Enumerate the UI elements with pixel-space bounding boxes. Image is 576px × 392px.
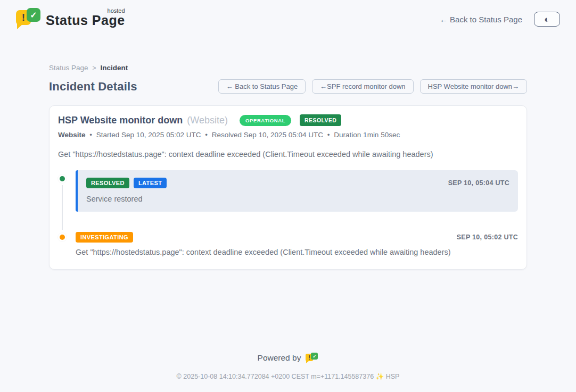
- timeline-timestamp: SEP 10, 05:02 UTC: [457, 233, 518, 241]
- timeline-badges: INVESTIGATING: [76, 232, 133, 243]
- powered-by-label: Powered by: [258, 353, 301, 363]
- timeline-dot-column: [58, 232, 76, 256]
- checkmark-icon: ✓: [27, 8, 40, 22]
- brand-superscript: hosted: [108, 7, 125, 14]
- timeline-entry-investigating: INVESTIGATING SEP 10, 05:02 UTC Get "htt…: [58, 232, 518, 256]
- brand-name: Status Page: [46, 13, 125, 28]
- incident-component: (Website): [187, 115, 228, 126]
- breadcrumb-status-page[interactable]: Status Page: [49, 64, 88, 72]
- incident-meta: Website • Started Sep 10, 2025 05:02 UTC…: [58, 131, 518, 139]
- copyright-text: © 2025-10-08 14:10:34.772084 +0200 CEST …: [0, 372, 576, 380]
- timeline-entry-content: INVESTIGATING SEP 10, 05:02 UTC Get "htt…: [76, 232, 518, 256]
- incident-nav-buttons: ← Back to Status Page ←SPF record monito…: [218, 79, 527, 94]
- meta-separator: •: [89, 131, 92, 139]
- incident-title: HSP Website monitor down: [58, 115, 183, 126]
- meta-resolved: Resolved Sep 10, 2025 05:04 UTC: [212, 131, 323, 139]
- theme-toggle-button[interactable]: ◐: [534, 12, 560, 27]
- previous-incident-button[interactable]: ←SPF record monitor down: [312, 79, 413, 94]
- dark-mode-icon: ◐: [544, 15, 549, 24]
- breadcrumb-incident: Incident: [101, 64, 128, 72]
- header-actions: ← Back to Status Page ◐: [440, 12, 560, 27]
- logo-wordmark: Status Page hosted: [46, 7, 125, 28]
- resolved-badge: RESOLVED: [86, 178, 129, 188]
- timeline-message: Service restored: [86, 195, 509, 203]
- timeline-entry-header: INVESTIGATING SEP 10, 05:02 UTC: [76, 232, 518, 243]
- page-footer: Powered by ! ✓ © 2025-10-08 14:10:34.772…: [0, 352, 576, 392]
- meta-separator: •: [205, 131, 208, 139]
- timeline-dot-column: [58, 170, 76, 212]
- app-logo[interactable]: ! ✓ Status Page hosted: [16, 7, 125, 31]
- main-content: Status Page > Incident Incident Details …: [49, 31, 527, 270]
- meta-separator: •: [327, 131, 330, 139]
- meta-duration: Duration 1min 50sec: [334, 131, 400, 139]
- next-incident-button[interactable]: HSP Website monitor down→: [420, 79, 527, 94]
- operational-status-badge: OPERATIONAL: [240, 115, 291, 126]
- incident-card: HSP Website monitor down (Website) OPERA…: [49, 105, 527, 270]
- timeline-timestamp: SEP 10, 05:04 UTC: [448, 179, 509, 187]
- timeline-message: Get "https://hostedstatus.page": context…: [76, 248, 518, 256]
- powered-by: Powered by ! ✓: [0, 352, 576, 364]
- timeline-entry-content: RESOLVED LATEST SEP 10, 05:04 UTC Servic…: [76, 170, 518, 212]
- timeline-badges: RESOLVED LATEST: [86, 178, 167, 188]
- resolved-dot-icon: [58, 174, 67, 183]
- status-page-logo-icon: ! ✓: [16, 7, 40, 31]
- timeline-entry-header: RESOLVED LATEST SEP 10, 05:04 UTC: [86, 178, 509, 188]
- checkmark-icon: ✓: [311, 353, 318, 360]
- latest-badge: LATEST: [134, 178, 167, 188]
- incident-description: Get "https://hostedstatus.page": context…: [58, 150, 518, 159]
- breadcrumb-separator: >: [93, 64, 96, 72]
- status-page-mini-logo-icon[interactable]: ! ✓: [306, 352, 318, 364]
- meta-component: Website: [58, 131, 86, 139]
- breadcrumb: Status Page > Incident: [49, 64, 527, 72]
- timeline-entry-resolved: RESOLVED LATEST SEP 10, 05:04 UTC Servic…: [58, 170, 518, 212]
- header-back-to-status-page-link[interactable]: ← Back to Status Page: [440, 15, 522, 24]
- page-title: Incident Details: [49, 80, 137, 94]
- title-row: Incident Details ← Back to Status Page ←…: [49, 79, 527, 94]
- resolved-status-badge: RESOLVED: [300, 114, 341, 126]
- top-bar: ! ✓ Status Page hosted ← Back to Status …: [0, 0, 576, 31]
- incident-timeline: RESOLVED LATEST SEP 10, 05:04 UTC Servic…: [58, 170, 518, 256]
- investigating-badge: INVESTIGATING: [76, 232, 133, 243]
- meta-started: Started Sep 10, 2025 05:02 UTC: [96, 131, 201, 139]
- investigating-dot-icon: [58, 233, 67, 241]
- back-to-status-page-button[interactable]: ← Back to Status Page: [218, 79, 306, 94]
- incident-card-header: HSP Website monitor down (Website) OPERA…: [58, 114, 518, 126]
